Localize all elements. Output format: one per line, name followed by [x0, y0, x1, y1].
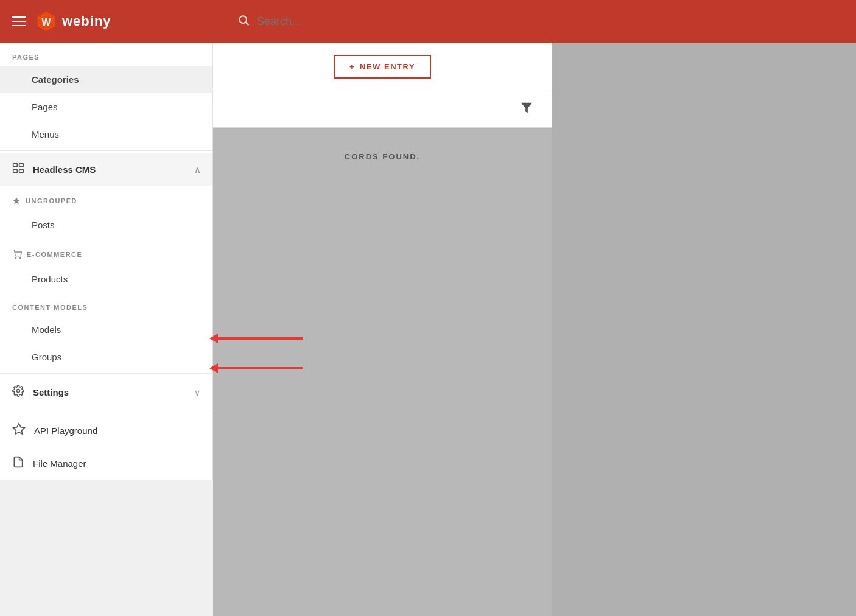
- main-body: PAGES Categories Pages Menus: [0, 43, 856, 616]
- posts-label: Posts: [32, 220, 200, 230]
- search-bar[interactable]: [225, 14, 844, 29]
- hamburger-menu-button[interactable]: [12, 16, 26, 26]
- webiny-logo-icon: W: [35, 10, 57, 32]
- headless-cms-label: Headless CMS: [33, 164, 194, 175]
- content-toolbar: + NEW ENTRY: [213, 43, 552, 91]
- sidebar-item-menus[interactable]: Menus: [0, 121, 212, 148]
- sidebar-item-groups[interactable]: Groups: [0, 343, 212, 371]
- sidebar-item-pages[interactable]: Pages: [0, 93, 212, 121]
- new-entry-button[interactable]: + NEW ENTRY: [334, 55, 431, 79]
- divider-3: [0, 411, 212, 411]
- settings-chevron: ∨: [194, 388, 200, 397]
- header-left: W webiny: [12, 10, 225, 32]
- headless-cms-chevron: ∧: [194, 165, 200, 175]
- search-input[interactable]: [257, 15, 832, 28]
- api-playground-label: API Playground: [34, 425, 200, 436]
- sidebar-item-categories[interactable]: Categories: [0, 66, 212, 93]
- new-entry-label: NEW ENTRY: [360, 62, 415, 71]
- sidebar-item-api-playground[interactable]: API Playground: [0, 414, 212, 447]
- pages-label: Pages: [32, 102, 200, 112]
- svg-marker-13: [521, 103, 532, 113]
- search-icon: [237, 14, 250, 29]
- content-panel: + NEW ENTRY CORDS FOUND.: [213, 43, 552, 616]
- svg-marker-8: [13, 197, 20, 204]
- headless-cms-icon: [12, 162, 24, 177]
- svg-point-10: [20, 257, 21, 258]
- new-entry-plus-icon: +: [349, 62, 355, 71]
- sidebar-item-settings[interactable]: Settings ∨: [0, 376, 212, 408]
- file-manager-label: File Manager: [33, 458, 200, 469]
- products-label: Products: [32, 274, 200, 284]
- models-label: Models: [32, 324, 200, 335]
- divider-1: [0, 150, 212, 151]
- filter-icon[interactable]: [520, 101, 533, 117]
- file-manager-icon: [12, 456, 24, 471]
- divider-2: [0, 373, 212, 374]
- top-header: W webiny: [0, 0, 856, 43]
- svg-text:W: W: [41, 16, 51, 27]
- no-records-text: CORDS FOUND.: [345, 152, 420, 161]
- sidebar-item-posts[interactable]: Posts: [0, 211, 212, 239]
- sidebar: PAGES Categories Pages Menus: [0, 43, 213, 480]
- sidebar-item-models[interactable]: Models: [0, 316, 212, 343]
- settings-icon: [12, 385, 24, 400]
- svg-point-2: [239, 16, 247, 23]
- svg-rect-4: [13, 164, 18, 167]
- logo-text: webiny: [62, 13, 111, 29]
- right-panel: [552, 43, 856, 616]
- svg-point-11: [17, 390, 20, 393]
- menus-label: Menus: [32, 129, 200, 139]
- sidebar-item-file-manager[interactable]: File Manager: [0, 447, 212, 480]
- svg-rect-5: [19, 164, 24, 167]
- sidebar-wrapper: PAGES Categories Pages Menus: [0, 43, 213, 616]
- content-empty: CORDS FOUND.: [213, 128, 552, 616]
- svg-marker-12: [13, 424, 24, 434]
- pages-section-label: PAGES: [0, 43, 212, 66]
- categories-label: Categories: [32, 74, 200, 85]
- api-playground-icon: [12, 422, 26, 439]
- filter-bar: [213, 91, 552, 128]
- sidebar-item-headless-cms[interactable]: Headless CMS ∧: [0, 153, 212, 186]
- ecommerce-section-label: E-COMMERCE: [0, 239, 212, 265]
- logo-area: W webiny: [35, 10, 111, 32]
- svg-point-9: [15, 257, 16, 258]
- svg-rect-7: [19, 170, 24, 173]
- svg-rect-6: [13, 170, 18, 173]
- ungrouped-section-label: UNGROUPED: [0, 186, 212, 211]
- content-models-section-label: CONTENT MODELS: [0, 293, 212, 316]
- groups-label: Groups: [32, 352, 200, 362]
- svg-line-3: [246, 22, 249, 25]
- settings-label: Settings: [33, 387, 194, 397]
- sidebar-item-products[interactable]: Products: [0, 265, 212, 293]
